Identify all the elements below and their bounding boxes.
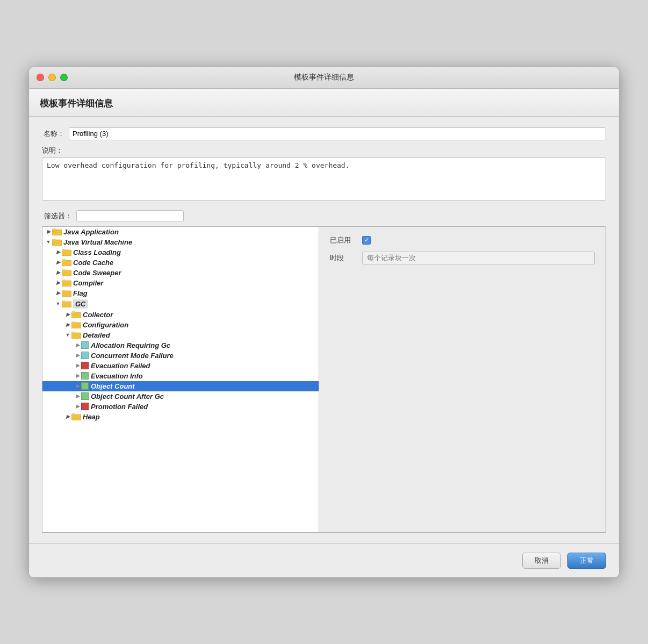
folder-icon-java-application [52,228,62,235]
page-title: 模板事件详细信息 [40,97,608,110]
arrow-code-cache [54,259,62,266]
minimize-button[interactable] [48,74,56,81]
label-object-count-after-gc: Object Count After Gc [91,392,164,400]
tree-item-allocation-requiring-gc[interactable]: Allocation Requiring Gc [42,340,319,350]
split-pane: Java Application Java Virtual Machine [42,226,606,533]
label-code-cache: Code Cache [73,259,113,267]
folder-icon-java-virtual-machine [52,238,62,246]
svg-rect-10 [62,269,66,271]
svg-rect-22 [71,332,75,333]
filter-label: 筛选器： [42,211,72,221]
name-row: 名称： [42,127,606,140]
tree-pane[interactable]: Java Application Java Virtual Machine [42,227,319,532]
name-label: 名称： [42,129,64,139]
label-configuration: Configuration [83,321,128,329]
tree-item-configuration[interactable]: Configuration [42,320,319,330]
arrow-detailed [64,331,71,339]
svg-rect-7 [62,260,71,266]
arrow-java-virtual-machine [45,238,52,246]
folder-icon-gc [62,300,71,307]
svg-rect-13 [62,291,71,297]
svg-rect-11 [62,281,71,287]
event-icon-object-count-after [81,392,89,400]
arrow-object-count [74,382,81,390]
svg-rect-3 [52,240,62,246]
tree-item-collector[interactable]: Collector [42,310,319,320]
filter-input[interactable] [76,210,184,222]
svg-rect-12 [62,280,66,281]
svg-rect-5 [62,250,71,256]
tree-item-code-cache[interactable]: Code Cache [42,257,319,268]
period-row: 时段 [330,252,595,264]
description-textarea[interactable]: Low overhead configuration for profiling… [42,158,606,201]
enabled-checkbox[interactable]: ✓ [362,236,371,245]
folder-icon-code-cache [62,259,71,266]
svg-rect-8 [62,259,66,261]
event-icon-promotion-failed [81,403,89,410]
window-controls [37,74,68,81]
tree-item-compiler[interactable]: Compiler [42,278,319,288]
titlebar: 模板事件详细信息 [29,67,619,89]
arrow-gc [54,300,62,307]
ok-button[interactable]: 正常 [567,553,606,569]
label-evacuation-failed: Evacuation Failed [91,362,150,370]
tree-item-class-loading[interactable]: Class Loading [42,247,319,257]
arrow-evacuation-failed [74,362,81,369]
arrow-configuration [64,321,71,328]
enabled-row: 已启用 ✓ [330,235,595,245]
svg-rect-6 [62,249,66,251]
tree-item-concurrent-mode-failure[interactable]: Concurrent Mode Failure [42,350,319,361]
folder-icon-detailed [71,331,81,339]
label-concurrent-mode-failure: Concurrent Mode Failure [91,352,174,360]
arrow-compiler [54,279,62,287]
tree-item-promotion-failed[interactable]: Promotion Failed [42,402,319,412]
folder-icon-flag [62,289,71,297]
arrow-evacuation-info [74,372,81,380]
tree-item-code-sweeper[interactable]: Code Sweeper [42,268,319,278]
label-class-loading: Class Loading [73,248,121,256]
svg-rect-20 [71,321,75,323]
label-heap: Heap [83,413,100,421]
folder-icon-heap [71,413,81,420]
svg-rect-14 [62,290,66,291]
header-section: 模板事件详细信息 [29,89,619,117]
label-java-application: Java Application [63,228,119,236]
tree-item-heap[interactable]: Heap [42,412,319,422]
tree-item-evacuation-info[interactable]: Evacuation Info [42,371,319,381]
arrow-object-count-after [74,392,81,400]
detail-pane: 已启用 ✓ 时段 [319,227,606,532]
period-input[interactable] [362,252,595,264]
event-icon-allocation [81,341,89,349]
arrow-concurrent [74,352,81,359]
maximize-button[interactable] [60,74,68,81]
label-code-sweeper: Code Sweeper [73,269,121,277]
arrow-promotion-failed [74,403,81,410]
tree-item-gc[interactable]: GC [42,298,319,310]
svg-rect-16 [62,300,66,302]
tree-item-object-count[interactable]: Object Count [42,381,319,391]
label-evacuation-info: Evacuation Info [91,372,143,380]
event-icon-evacuation-failed [81,362,89,369]
tree-item-java-virtual-machine[interactable]: Java Virtual Machine [42,237,319,247]
tree-item-detailed[interactable]: Detailed [42,330,319,340]
tree-item-object-count-after-gc[interactable]: Object Count After Gc [42,391,319,402]
tree-item-java-application[interactable]: Java Application [42,227,319,237]
svg-rect-17 [71,312,81,318]
tree-item-evacuation-failed[interactable]: Evacuation Failed [42,361,319,371]
event-icon-concurrent [81,352,89,359]
footer: 取消 正常 [29,543,619,577]
label-allocation-requiring-gc: Allocation Requiring Gc [91,341,170,349]
close-button[interactable] [37,74,44,81]
arrow-heap [64,413,71,420]
name-input[interactable] [69,127,606,140]
folder-icon-code-sweeper [62,269,71,276]
folder-icon-class-loading [62,248,71,256]
period-label: 时段 [330,253,357,263]
tree-item-flag[interactable]: Flag [42,288,319,298]
svg-rect-15 [62,302,71,307]
cancel-button[interactable]: 取消 [522,553,561,569]
arrow-allocation [74,341,81,349]
filter-row: 筛选器： [42,210,606,222]
svg-rect-4 [52,239,56,240]
label-collector: Collector [83,311,113,319]
